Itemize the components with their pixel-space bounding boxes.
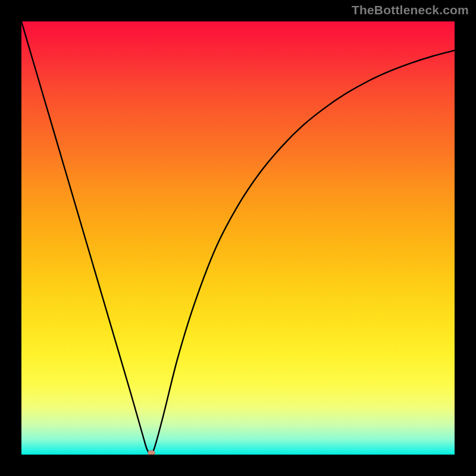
bottleneck-curve [21, 21, 455, 455]
chart-frame: TheBottleneck.com [0, 0, 476, 476]
plot-area [21, 21, 455, 455]
minimum-point-marker [148, 450, 155, 455]
watermark-text: TheBottleneck.com [352, 3, 469, 17]
